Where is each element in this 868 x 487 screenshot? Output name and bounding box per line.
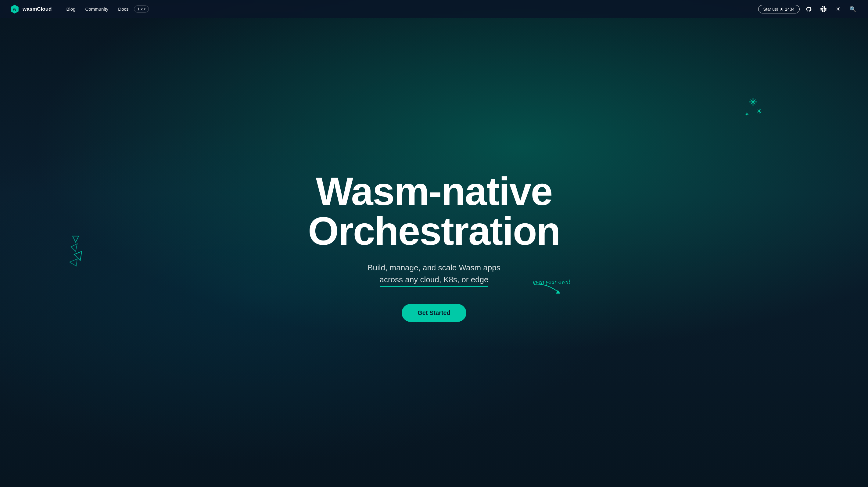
nav-links: Blog Community Docs 1.x ▾ xyxy=(63,5,758,13)
star-button[interactable]: Star us! ★ 1434 xyxy=(758,5,800,13)
decorative-sparkles xyxy=(736,97,764,126)
nav-blog[interactable]: Blog xyxy=(63,5,79,13)
star-label: Star us! xyxy=(764,7,778,11)
logo-link[interactable]: w wasmCloud xyxy=(10,4,52,14)
version-badge[interactable]: 1.x ▾ xyxy=(134,5,149,12)
svg-text:w: w xyxy=(13,7,16,11)
svg-marker-3 xyxy=(71,244,77,251)
annotation-text: even your own! xyxy=(533,278,570,285)
navbar: w wasmCloud Blog Community Docs 1.x ▾ St… xyxy=(0,0,868,18)
svg-marker-2 xyxy=(72,236,79,242)
get-started-button[interactable]: Get Started xyxy=(402,304,466,322)
version-label: 1.x xyxy=(137,7,143,11)
svg-marker-5 xyxy=(69,259,77,266)
hero-title-line1: Wasm-native xyxy=(316,169,552,214)
nav-right: Star us! ★ 1434 ☀ 🔍 xyxy=(758,4,858,14)
theme-toggle-icon: ☀ xyxy=(836,6,841,12)
hero-subtitle-underline: across any cloud, K8s, or edge xyxy=(380,274,489,285)
hero-section: Wasm-native Orchestration Build, manage,… xyxy=(0,0,868,487)
star-icon: ★ xyxy=(780,7,783,11)
hero-title-line2: Orchestration xyxy=(308,209,560,253)
github-icon xyxy=(806,6,812,12)
github-button[interactable] xyxy=(803,4,814,14)
chevron-down-icon: ▾ xyxy=(144,7,146,11)
nav-community[interactable]: Community xyxy=(82,5,112,13)
slack-button[interactable] xyxy=(818,4,829,14)
decorative-triangles xyxy=(69,233,94,268)
search-button[interactable]: 🔍 xyxy=(847,4,858,14)
hero-title: Wasm-native Orchestration xyxy=(308,172,560,251)
logo-text: wasmCloud xyxy=(23,6,52,12)
theme-toggle-button[interactable]: ☀ xyxy=(833,4,844,14)
logo-icon: w xyxy=(10,4,20,14)
slack-icon xyxy=(820,6,827,12)
hero-subtitle: Build, manage, and scale Wasm apps acros… xyxy=(368,262,500,285)
nav-docs-wrapper: Docs 1.x ▾ xyxy=(114,5,149,13)
search-icon: 🔍 xyxy=(849,6,856,12)
hero-subtitle-wrapper: Build, manage, and scale Wasm apps acros… xyxy=(368,262,500,285)
svg-marker-4 xyxy=(74,251,82,261)
nav-docs[interactable]: Docs xyxy=(114,5,132,13)
star-count: 1434 xyxy=(785,7,795,11)
annotation-wrapper: even your own! xyxy=(531,281,567,301)
